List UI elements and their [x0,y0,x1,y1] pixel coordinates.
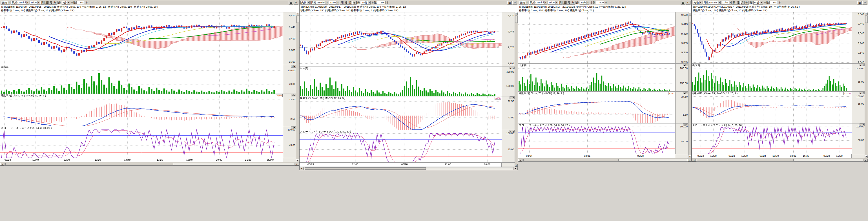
horizontal-scrollbar-track[interactable] [304,167,514,170]
pane-resize-down-icon[interactable]: ▼ [293,65,296,68]
pane-resize-down-icon[interactable]: ▼ [686,123,688,126]
price-chart-plot[interactable] [692,12,851,63]
pane-resize-up-icon[interactable]: ▲ [291,94,293,96]
price-chart-plot[interactable] [300,12,502,66]
refresh-icon[interactable]: ↻ [862,1,867,4]
pane-resize-up-icon[interactable]: ▲ [860,92,862,94]
period-week-button[interactable]: 週 [562,1,567,4]
volume-plot[interactable]: 出来高 [300,67,502,96]
minute-interval-select[interactable]: 60分 ▼ [753,1,763,4]
period-day-button[interactable]: 日 [40,1,44,4]
instrument-select[interactable]: 日経225mini ▼ [529,1,547,4]
scroll-right-icon[interactable]: ► [295,163,299,165]
period-minute-button[interactable]: 分 [575,1,580,4]
horizontal-scrollbar-track[interactable] [4,163,295,165]
horizontal-scrollbar[interactable]: ◄ ► [692,158,868,161]
bars-count-input[interactable] [596,1,604,4]
period-week-button[interactable]: 週 [344,1,348,4]
horizontal-scrollbar[interactable]: ◄ ► [300,167,518,170]
macd-plot[interactable]: 移動平均( Close, 75 ) MACD( 12, 26, 9 ) ×100… [692,92,851,123]
scroll-down-icon[interactable]: ▼ [296,159,299,162]
scroll-down-icon[interactable]: ▼ [515,164,518,167]
scroll-up-icon[interactable]: ▲ [296,12,299,15]
minute-interval-select[interactable]: 5分 ▼ [62,1,70,4]
horizontal-scrollbar-thumb[interactable] [305,167,426,170]
scroll-down-icon[interactable]: ▼ [865,155,868,158]
chart-style-icon[interactable]: ▦ [288,1,293,4]
period-minute-button[interactable]: 分 [57,1,61,4]
market-category-select[interactable]: 先物 ▼ [301,1,310,4]
scroll-right-icon[interactable]: ► [514,167,518,170]
pane-resize-up-icon[interactable]: ▲ [683,64,686,66]
period-year-button[interactable]: 年 [352,1,356,4]
instrument-select[interactable]: 日経225mini ▼ [703,1,721,4]
volume-plot[interactable]: 出来高 [0,65,283,94]
scroll-left-icon[interactable]: ◄ [300,167,304,170]
pane-resize-up-icon[interactable]: ▲ [291,65,293,68]
period-day-button[interactable]: 日 [340,1,344,4]
bars-count-input[interactable] [377,1,385,4]
period-year-button[interactable]: 年 [571,1,575,4]
pane-resize-down-icon[interactable]: ▼ [862,92,865,94]
horizontal-scrollbar[interactable]: ◄ ► [0,162,299,165]
stochastics-plot[interactable]: スロー・ストキャスティクス( 14, 3, 80, 20 ) [0,126,283,158]
contract-month-select[interactable]: 11/06 ▼ [329,1,339,4]
horizontal-scrollbar-thumb[interactable] [5,163,173,165]
price-chart-plot[interactable] [518,12,675,63]
scroll-up-icon[interactable]: ▲ [515,12,518,15]
period-month-button[interactable]: 月 [348,1,352,4]
vertical-scrollbar-thumb[interactable] [865,15,868,23]
volume-plot[interactable]: 出来高 [518,64,675,91]
pane-resize-down-icon[interactable]: ▼ [512,67,515,69]
period-week-button[interactable]: 週 [736,1,740,4]
chart-style-icon[interactable]: ▦ [507,1,512,4]
pane-resize-up-icon[interactable]: ▲ [509,130,512,132]
horizontal-scrollbar-track[interactable] [523,159,687,161]
pane-resize-up-icon[interactable]: ▲ [509,67,512,69]
macd-plot[interactable]: 移動平均( Close, 75 ) MACD( 12, 26, 9 ) ×100 [0,94,283,126]
period-day-button[interactable]: 日 [732,1,736,4]
period-year-button[interactable]: 年 [53,1,57,4]
contract-month-select[interactable]: 11/06 ▼ [548,1,558,4]
contract-month-select[interactable]: 11/06 ▼ [30,1,40,4]
scroll-up-icon[interactable]: ▲ [865,12,868,15]
period-minute-button[interactable]: 分 [356,1,361,4]
horizontal-scrollbar-thumb[interactable] [523,159,619,161]
pane-resize-down-icon[interactable]: ▼ [512,130,515,132]
pane-resize-up-icon[interactable]: ▲ [683,123,686,126]
pane-resize-down-icon[interactable]: ▼ [686,64,688,66]
scroll-right-icon[interactable]: ► [864,159,868,161]
pane-resize-down-icon[interactable]: ▼ [862,123,865,126]
market-category-select[interactable]: 先物 ▼ [693,1,702,4]
period-week-button[interactable]: 週 [44,1,49,4]
period-month-button[interactable]: 月 [567,1,571,4]
pane-resize-down-icon[interactable]: ▼ [686,92,688,94]
period-month-button[interactable]: 月 [49,1,53,4]
horizontal-scrollbar[interactable]: ◄ ► [518,158,691,161]
volume-plot[interactable]: 出来高 [692,64,851,91]
pane-resize-up-icon[interactable]: ▲ [291,126,293,129]
market-category-select[interactable]: 先物 ▼ [1,1,10,4]
period-day-button[interactable]: 日 [558,1,562,4]
period-month-button[interactable]: 月 [740,1,745,4]
instrument-select[interactable]: 日経225mini ▼ [11,1,29,4]
refresh-icon[interactable]: ↻ [513,1,517,4]
minute-interval-select[interactable]: 15分 ▼ [361,1,371,4]
stochastics-plot[interactable]: スロー・ストキャスティクス( 14, 3, 80, 20 ) [692,123,851,154]
horizontal-scrollbar-thumb[interactable] [697,159,794,161]
pane-resize-down-icon[interactable]: ▼ [512,96,515,99]
price-chart-plot[interactable] [0,12,283,65]
pane-resize-down-icon[interactable]: ▼ [293,126,296,129]
vertical-scrollbar[interactable]: ▲ ▼ [865,12,868,158]
bars-count-input[interactable] [76,1,85,4]
macd-plot[interactable]: 移動平均( Close, 75 ) MACD( 12, 26, 9 ) ×100 [300,96,502,130]
instrument-select[interactable]: 日経225mini ▼ [310,1,328,4]
pane-resize-up-icon[interactable]: ▲ [860,123,862,126]
chart-style-icon[interactable]: ▦ [857,1,862,4]
vertical-scrollbar[interactable]: ▲ ▼ [515,12,518,167]
scroll-left-icon[interactable]: ◄ [692,159,696,161]
period-year-button[interactable]: 年 [745,1,749,4]
pane-resize-up-icon[interactable]: ▲ [509,96,512,99]
pane-resize-down-icon[interactable]: ▼ [862,64,865,66]
refresh-icon[interactable]: ↻ [686,1,690,4]
